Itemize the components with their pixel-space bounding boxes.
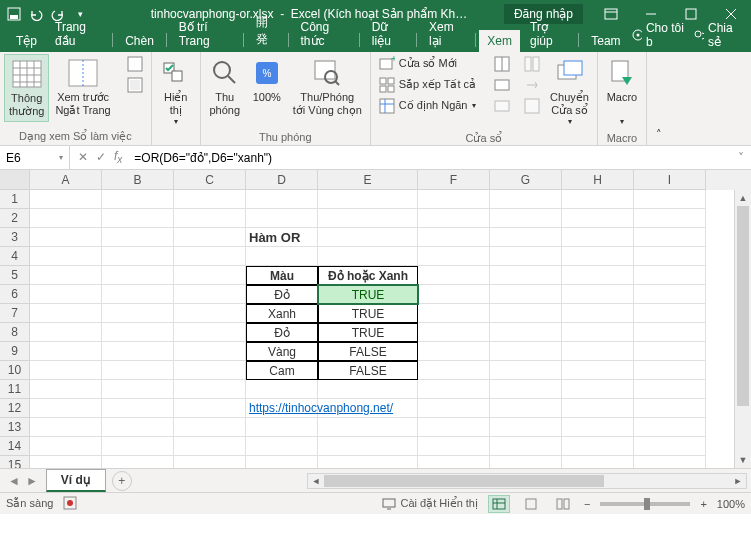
col-header[interactable]: I [634, 170, 706, 190]
expand-formula-bar-icon[interactable]: ˅ [731, 151, 751, 165]
row-header[interactable]: 6 [0, 285, 30, 304]
col-header[interactable]: H [562, 170, 634, 190]
tab-help[interactable]: Trợ giúp [522, 16, 574, 52]
vertical-scrollbar[interactable]: ▲ ▼ [734, 190, 751, 468]
tab-review[interactable]: Xem lại [421, 16, 470, 52]
col-header[interactable]: D [246, 170, 318, 190]
cancel-formula-icon[interactable]: ✕ [78, 150, 88, 164]
col-header[interactable]: G [490, 170, 562, 190]
share-button[interactable]: Chia sẻ [693, 21, 741, 49]
table-cell-selected[interactable]: TRUE [318, 285, 418, 304]
col-header[interactable]: F [418, 170, 490, 190]
table-cell[interactable]: TRUE [318, 304, 418, 323]
table-cell[interactable]: FALSE [318, 342, 418, 361]
save-icon[interactable] [6, 6, 22, 22]
fx-icon[interactable]: fx [114, 149, 122, 165]
table-cell[interactable]: Cam [246, 361, 318, 380]
sheet-next-icon[interactable]: ► [26, 474, 38, 488]
scroll-down-icon[interactable]: ▼ [735, 452, 751, 468]
scroll-right-icon[interactable]: ► [730, 474, 746, 488]
macros-button[interactable]: Macro▾ [602, 54, 642, 130]
tab-home[interactable]: Trang đầu [47, 16, 108, 52]
table-cell[interactable]: FALSE [318, 361, 418, 380]
row-header[interactable]: 14 [0, 437, 30, 456]
formula-input[interactable] [130, 146, 731, 169]
switch-windows-button[interactable]: Chuyển Cửa sổ▾ [546, 54, 593, 130]
scroll-thumb[interactable] [737, 206, 749, 406]
row-header[interactable]: 15 [0, 456, 30, 468]
tab-layout[interactable]: Bố trí Trang [171, 16, 239, 52]
row-header[interactable]: 7 [0, 304, 30, 323]
tab-team[interactable]: Team [583, 30, 628, 52]
page-layout-button[interactable] [123, 75, 147, 95]
zoom-handle[interactable] [644, 498, 650, 510]
zoom-level[interactable]: 100% [717, 498, 745, 510]
custom-views-button[interactable] [123, 54, 147, 74]
zoom-selection-button[interactable]: Thu/Phóng tới Vùng chọn [289, 54, 366, 120]
zoom-button[interactable]: Thu phóng [205, 54, 245, 120]
hyperlink-cell[interactable]: https://tinhocvanphong.net/ [246, 399, 318, 418]
col-header[interactable]: B [102, 170, 174, 190]
display-settings-button[interactable]: Cài đặt Hiển thị [382, 497, 478, 511]
tab-file[interactable]: Tệp [8, 30, 45, 52]
table-cell[interactable]: Xanh [246, 304, 318, 323]
tell-me[interactable]: Cho tôi b [631, 21, 685, 49]
page-layout-icon[interactable] [520, 495, 542, 513]
normal-view-button[interactable]: Thông thường [4, 54, 49, 122]
horizontal-scrollbar[interactable]: ◄ ► [307, 473, 747, 489]
col-header[interactable]: A [30, 170, 102, 190]
sheet-prev-icon[interactable]: ◄ [8, 474, 20, 488]
new-sheet-button[interactable]: + [112, 471, 132, 491]
row-header[interactable]: 4 [0, 247, 30, 266]
pagebreak-button[interactable]: Xem trước Ngắt Trang [51, 54, 114, 120]
tab-dev[interactable]: 開発 [248, 10, 284, 52]
row-header[interactable]: 2 [0, 209, 30, 228]
select-all-corner[interactable] [0, 170, 30, 190]
undo-icon[interactable] [28, 6, 44, 22]
name-box-input[interactable] [6, 151, 59, 165]
chevron-down-icon[interactable]: ▾ [59, 153, 63, 162]
grid-body[interactable]: 1 2 3Hàm OR 4 5MàuĐỏ hoặc Xanh 6ĐỏTRUE 7… [0, 190, 751, 468]
normal-view-icon[interactable] [488, 495, 510, 513]
sync-scroll-button[interactable] [520, 75, 544, 95]
tab-insert[interactable]: Chèn [117, 30, 162, 52]
table-cell[interactable]: Đỏ [246, 285, 318, 304]
cell-title[interactable]: Hàm OR [246, 228, 318, 247]
row-header[interactable]: 11 [0, 380, 30, 399]
zoom-100-button[interactable]: % 100% [247, 54, 287, 107]
tab-formulas[interactable]: Công thức [293, 16, 355, 52]
scroll-left-icon[interactable]: ◄ [308, 474, 324, 488]
tab-view[interactable]: Xem [479, 30, 520, 52]
tab-data[interactable]: Dữ liệu [364, 16, 412, 52]
show-button[interactable]: Hiển thị▾ [156, 54, 196, 130]
collapse-ribbon-button[interactable]: ˄ [647, 52, 671, 145]
scroll-thumb[interactable] [324, 475, 604, 487]
row-header[interactable]: 8 [0, 323, 30, 342]
pagebreak-view-icon[interactable] [552, 495, 574, 513]
row-header[interactable]: 12 [0, 399, 30, 418]
table-header[interactable]: Đỏ hoặc Xanh [318, 266, 418, 285]
sheet-tab[interactable]: Ví dụ [46, 469, 106, 492]
table-header[interactable]: Màu [246, 266, 318, 285]
row-header[interactable]: 5 [0, 266, 30, 285]
enter-formula-icon[interactable]: ✓ [96, 150, 106, 164]
reset-position-button[interactable] [520, 96, 544, 116]
table-cell[interactable]: Vàng [246, 342, 318, 361]
freeze-panes-button[interactable]: Cố định Ngăn▾ [375, 96, 480, 116]
name-box[interactable]: ▾ [0, 146, 70, 169]
macro-record-icon[interactable] [63, 496, 77, 512]
unhide-button[interactable] [490, 96, 514, 116]
new-window-button[interactable]: +Cửa sổ Mới [375, 54, 480, 74]
table-cell[interactable]: Đỏ [246, 323, 318, 342]
row-header[interactable]: 1 [0, 190, 30, 209]
table-cell[interactable]: TRUE [318, 323, 418, 342]
hide-button[interactable] [490, 75, 514, 95]
zoom-out-button[interactable]: − [584, 498, 590, 510]
col-header[interactable]: E [318, 170, 418, 190]
row-header[interactable]: 9 [0, 342, 30, 361]
scroll-up-icon[interactable]: ▲ [735, 190, 751, 206]
row-header[interactable]: 13 [0, 418, 30, 437]
zoom-slider[interactable] [600, 502, 690, 506]
row-header[interactable]: 10 [0, 361, 30, 380]
ribbon-options-icon[interactable] [591, 0, 631, 28]
